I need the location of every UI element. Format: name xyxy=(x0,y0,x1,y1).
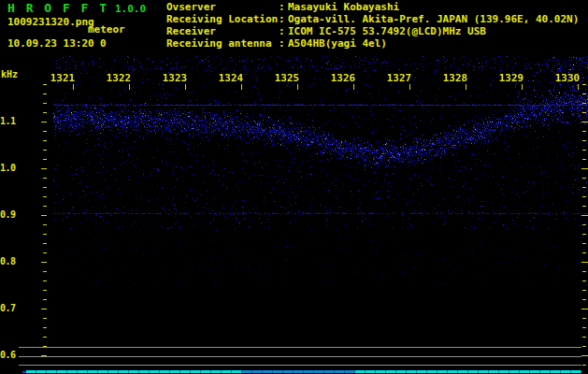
bottom-bar-blue-segment xyxy=(241,370,355,373)
freq-minor-tick xyxy=(43,224,47,225)
freq-minor-tick xyxy=(43,159,47,160)
time-label-1321: 1321 xyxy=(50,72,76,84)
info-colon: : xyxy=(279,2,288,12)
freq-minor-tick xyxy=(582,337,586,338)
freq-minor-tick xyxy=(582,252,586,253)
reference-line-1 xyxy=(19,347,581,348)
freq-major-tick xyxy=(41,215,47,216)
time-tick xyxy=(297,84,298,90)
freq-minor-tick xyxy=(43,327,47,328)
freq-major-tick xyxy=(41,122,47,122)
app-version: 1.0.0 xyxy=(115,4,146,14)
freq-minor-tick xyxy=(43,196,47,197)
freq-minor-tick xyxy=(43,112,47,113)
freq-minor-tick xyxy=(582,159,586,160)
time-tick xyxy=(129,84,130,90)
freq-major-tick xyxy=(41,309,47,309)
info-value-antenna: A504HB(yagi 4el) xyxy=(288,38,579,49)
freq-minor-tick xyxy=(582,131,586,132)
freq-minor-tick xyxy=(43,299,47,300)
hrofft-app-window: H R O F F T 1.0.0 1009231320.png meteor … xyxy=(0,0,588,374)
freq-minor-tick xyxy=(582,346,586,347)
freq-major-tick xyxy=(581,168,588,169)
freq-minor-tick xyxy=(582,187,586,188)
freq-label-1.0: 1.0 xyxy=(0,163,17,173)
freq-minor-tick xyxy=(43,178,47,179)
freq-label-0.7: 0.7 xyxy=(0,303,17,313)
freq-major-tick xyxy=(41,262,47,263)
info-colon: : xyxy=(279,38,288,49)
time-tick xyxy=(73,84,74,90)
spectrogram-noise-canvas xyxy=(53,56,588,369)
time-tick xyxy=(578,84,579,90)
freq-minor-tick xyxy=(582,140,586,141)
reference-line-3 xyxy=(19,365,581,366)
freq-minor-tick xyxy=(582,178,586,179)
time-label-1327: 1327 xyxy=(386,72,412,84)
time-tick xyxy=(466,84,466,90)
info-colon: : xyxy=(279,14,288,24)
freq-minor-tick xyxy=(582,94,586,94)
freq-minor-tick xyxy=(582,206,586,207)
freq-minor-tick xyxy=(582,365,586,366)
freq-minor-tick xyxy=(43,140,47,141)
meteor-count: 0 xyxy=(100,38,107,49)
output-filename: 1009231320.png xyxy=(7,17,94,27)
freq-minor-tick xyxy=(43,271,47,272)
freq-minor-tick xyxy=(43,206,47,207)
freq-minor-tick xyxy=(582,271,586,272)
freq-minor-tick xyxy=(582,290,586,291)
freq-minor-tick xyxy=(43,280,47,281)
freq-label-0.9: 0.9 xyxy=(0,209,17,220)
info-value-observer: Masayuki Kobayashi xyxy=(288,2,579,12)
info-label-antenna: Receiving antenna xyxy=(166,38,279,49)
time-label-1322: 1322 xyxy=(106,72,132,84)
freq-minor-tick xyxy=(43,337,47,338)
freq-minor-tick xyxy=(582,224,586,225)
spectrogram-panel: kHz 1321 1322 1323 1324 1325 1326 1327 1… xyxy=(0,56,588,374)
time-tick xyxy=(409,84,410,90)
freq-minor-tick xyxy=(582,299,586,300)
app-title: H R O F F T xyxy=(7,2,108,14)
time-tick xyxy=(522,84,523,90)
mode-label: meteor xyxy=(88,24,125,35)
freq-major-tick xyxy=(41,168,47,169)
freq-minor-tick xyxy=(43,318,47,319)
freq-minor-tick xyxy=(43,94,47,94)
time-tick xyxy=(185,84,186,90)
date-time-label: 10.09.23 13:20 xyxy=(7,38,94,49)
info-value-receiver: ICOM IC-575 53.7492(@LCD)MHz USB xyxy=(288,26,579,36)
freq-minor-tick xyxy=(582,112,586,113)
freq-major-tick xyxy=(581,215,588,216)
info-label-receiver: Receiver xyxy=(166,26,279,36)
freq-minor-tick xyxy=(582,150,586,151)
time-label-1325: 1325 xyxy=(274,72,300,84)
freq-minor-tick xyxy=(582,196,586,197)
freq-unit-label: kHz xyxy=(1,70,18,79)
freq-minor-tick xyxy=(43,290,47,291)
freq-minor-tick xyxy=(43,131,47,132)
freq-minor-tick xyxy=(582,103,586,104)
time-label-1329: 1329 xyxy=(498,72,524,84)
info-value-location: Ogata-vill. Akita-Pref. JAPAN (139.96E, … xyxy=(288,14,579,24)
time-label-1326: 1326 xyxy=(330,72,356,84)
observation-info: Ovserver : Masayuki Kobayashi Receiving … xyxy=(166,2,579,49)
freq-major-tick xyxy=(581,355,588,356)
freq-label-1.1: 1.1 xyxy=(0,116,17,126)
freq-minor-tick xyxy=(582,234,586,235)
freq-minor-tick xyxy=(43,103,47,104)
freq-minor-tick xyxy=(43,150,47,151)
info-label-location: Receiving Location xyxy=(166,14,279,24)
time-label-1324: 1324 xyxy=(218,72,244,84)
time-tick xyxy=(241,84,242,90)
reference-line-2 xyxy=(19,356,581,357)
freq-minor-tick xyxy=(582,327,586,328)
freq-major-tick xyxy=(581,122,588,122)
freq-minor-tick xyxy=(43,243,47,244)
freq-minor-tick xyxy=(582,243,586,244)
freq-minor-tick xyxy=(43,252,47,253)
time-tick xyxy=(353,84,354,90)
freq-minor-tick xyxy=(43,84,47,85)
time-label-1323: 1323 xyxy=(162,72,188,84)
freq-minor-tick xyxy=(43,234,47,235)
